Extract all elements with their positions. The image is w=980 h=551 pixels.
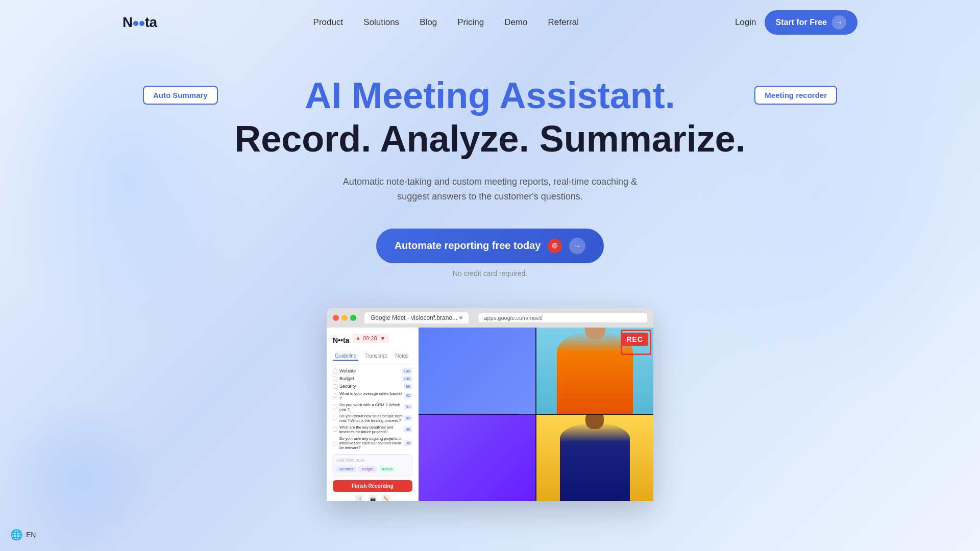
recording-timer: ● 00:28 ▼	[352, 334, 389, 343]
tab-notes[interactable]: Notes	[393, 352, 410, 361]
app-content: N••ta ● 00:28 ▼ Guideline Transcript Not…	[327, 328, 653, 501]
nav-item-blog[interactable]: Blog	[420, 17, 437, 27]
checklist-item: Do you have any ongoing projects or init…	[333, 436, 412, 450]
meeting-recorder-badge: Meeting recorder	[754, 86, 837, 105]
nav-right: Login Start for Free →	[735, 10, 857, 35]
app-tabs: Guideline Transcript Notes	[333, 352, 412, 364]
checklist-item: Security 86	[333, 384, 412, 389]
close-dot[interactable]	[333, 315, 339, 321]
auto-summary-badge: Auto Summary	[143, 86, 218, 105]
hero-title-dark: Record. Analyze. Summarize.	[10, 118, 970, 160]
target-icon: 🎯	[548, 239, 562, 253]
checklist-item: Do you work with a CRM ? Which one ? 51	[333, 403, 412, 412]
nav-item-referral[interactable]: Referral	[548, 17, 578, 27]
automate-reporting-button[interactable]: Automate reporting free today 🎯 →	[376, 229, 604, 263]
login-link[interactable]: Login	[735, 17, 756, 28]
action-tag[interactable]: Action	[379, 466, 396, 472]
cta-arrow-icon: →	[832, 15, 846, 30]
navbar: Nta Product Solutions Blog Pricing Demo …	[0, 0, 980, 45]
checklist-item: What are the key deadlines and timelines…	[333, 425, 412, 434]
nav-item-demo[interactable]: Demo	[504, 17, 527, 27]
start-for-free-button[interactable]: Start for Free →	[765, 10, 857, 35]
tab-guideline[interactable]: Guideline	[333, 352, 358, 361]
browser-window: Google Meet - visioconf.brano... × apps.…	[327, 308, 653, 501]
browser-traffic-lights	[333, 315, 356, 321]
note-tags: Restrict Insight Action	[336, 466, 409, 472]
checklist-item: Do you recruit new sales people right no…	[333, 414, 412, 423]
finish-recording-button[interactable]: Finish Recording	[333, 480, 412, 492]
logo[interactable]: Nta	[122, 14, 157, 31]
nav-links: Product Solutions Blog Pricing Demo Refe…	[313, 17, 579, 28]
globe-icon: 🌐	[10, 529, 23, 541]
browser-tab[interactable]: Google Meet - visioconf.brano... ×	[364, 312, 469, 323]
restrict-tag[interactable]: Restrict	[336, 466, 356, 472]
app-logo: N••ta ● 00:28 ▼	[333, 334, 412, 347]
insight-tag[interactable]: Insight	[358, 466, 377, 472]
maximize-dot[interactable]	[350, 315, 356, 321]
no-credit-text: No credit card required.	[453, 269, 527, 278]
language-code: EN	[26, 531, 36, 539]
action-icons: ⏸ 📷 ✏️	[333, 495, 412, 501]
cta-arrow-circle: →	[569, 238, 585, 254]
nav-item-solutions[interactable]: Solutions	[363, 17, 399, 27]
tab-transcript[interactable]: Transcript	[362, 352, 389, 361]
language-selector[interactable]: 🌐 EN	[10, 529, 36, 541]
app-sidebar: N••ta ● 00:28 ▼ Guideline Transcript Not…	[327, 328, 419, 501]
hero-subtitle: Automatic note-taking and custom meeting…	[337, 174, 643, 204]
video-cell-4	[536, 415, 653, 501]
recording-border	[621, 330, 651, 355]
hero-section: Auto Summary Meeting recorder AI Meeting…	[0, 45, 980, 298]
video-cell-3	[419, 415, 535, 501]
checklist-item: Budget 100	[333, 376, 412, 382]
checklist: Website 100 Budget 100 Security 86 What …	[333, 368, 412, 450]
camera-icon[interactable]: 📷	[369, 495, 377, 501]
video-cell-2: REC	[536, 328, 653, 414]
minimize-dot[interactable]	[341, 315, 348, 321]
edit-icon[interactable]: ✏️	[382, 495, 390, 501]
checklist-item: What is your average sales basket ? 52	[333, 391, 412, 400]
video-grid: REC	[419, 328, 653, 501]
pause-icon[interactable]: ⏸	[355, 495, 363, 501]
nav-item-product[interactable]: Product	[313, 17, 344, 27]
browser-address-bar[interactable]: apps.google.com/meet/	[479, 313, 647, 322]
checklist-item: Website 100	[333, 368, 412, 374]
nav-item-pricing[interactable]: Pricing	[457, 17, 484, 27]
note-input-area[interactable]: Add new note Restrict Insight Action	[333, 454, 412, 476]
cta-section: Automate reporting free today 🎯 → No cre…	[10, 229, 970, 278]
screenshot-area: Google Meet - visioconf.brano... × apps.…	[0, 298, 980, 501]
browser-bar: Google Meet - visioconf.brano... × apps.…	[327, 308, 653, 328]
video-cell-1	[419, 328, 535, 414]
